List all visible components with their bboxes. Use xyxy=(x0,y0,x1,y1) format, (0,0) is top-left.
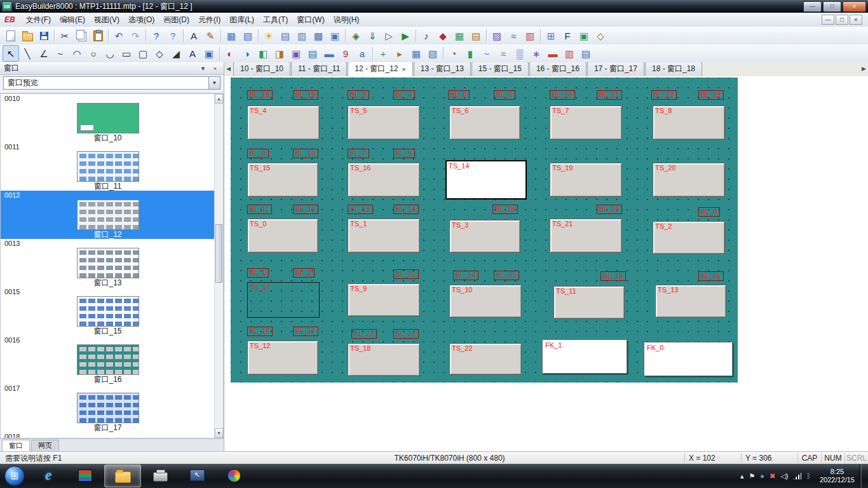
canvas-object-BL_6[interactable]: BL_6 xyxy=(494,90,515,100)
canvas-object-TS_11[interactable]: TS_11 xyxy=(553,286,625,319)
canvas-object-BL_28[interactable]: BL_28 xyxy=(492,205,518,214)
bit-lamp-button[interactable]: ◐ xyxy=(222,45,238,62)
line-button[interactable]: ╲ xyxy=(19,45,36,62)
function-key-button[interactable]: ☀ xyxy=(261,27,277,44)
show-desktop-button[interactable] xyxy=(860,464,868,488)
menu-item[interactable]: 编辑(E) xyxy=(55,13,90,27)
canvas-object-TS_16[interactable]: TS_16 xyxy=(348,163,420,197)
download-button[interactable]: ⇓ xyxy=(364,27,381,44)
canvas-object-BL_27[interactable]: BL_27 xyxy=(351,329,377,339)
bluetooth-icon[interactable]: ᛒ xyxy=(806,473,811,480)
system-parameters-button[interactable]: ⊞ xyxy=(543,27,559,44)
macro-button[interactable]: ♪ xyxy=(418,27,435,44)
tab-close-icon[interactable]: × xyxy=(402,65,405,73)
scroll-up-icon[interactable]: ▲ xyxy=(215,94,223,104)
trend-display-button[interactable]: ~ xyxy=(478,45,495,62)
canvas-object-BL_22[interactable]: BL_22 xyxy=(651,90,677,100)
help-button[interactable]: ? xyxy=(148,27,165,44)
event-log-button[interactable]: ▥ xyxy=(522,27,538,44)
canvas-object-BL_2[interactable]: BL_2 xyxy=(293,268,315,278)
network-icon[interactable] xyxy=(793,473,801,480)
scale-button[interactable]: ◢ xyxy=(168,45,184,62)
toggle-switch-button[interactable]: ▣ xyxy=(288,45,304,62)
window-settings-button[interactable]: ▤ xyxy=(277,27,294,44)
multi-state-switch-button[interactable]: ▤ xyxy=(304,45,321,62)
alarm-display-button[interactable]: ▥ xyxy=(561,45,578,62)
editor-tab[interactable]: 11 - 窗口_11 xyxy=(291,62,347,76)
direct-window-button[interactable]: ▧ xyxy=(424,45,441,62)
editor-tab[interactable]: 13 - 窗口_13 xyxy=(414,62,471,76)
window-list-item[interactable]: 0016窗口_16 xyxy=(1,336,215,384)
curve-button[interactable]: ◠ xyxy=(69,45,85,62)
open-window-button[interactable]: ▥ xyxy=(294,27,310,44)
set-word-button[interactable]: ◨ xyxy=(271,45,288,62)
data-block-button[interactable]: ▒ xyxy=(512,45,528,62)
bar-graph-button[interactable]: ▮ xyxy=(462,45,478,62)
font-manager-button[interactable]: F xyxy=(559,27,576,44)
recipe-button[interactable]: ▨ xyxy=(489,27,505,44)
new-file-button[interactable] xyxy=(3,27,19,44)
text-button[interactable]: A xyxy=(184,45,201,62)
window-list-item[interactable]: 0012窗口_12 xyxy=(1,191,215,239)
canvas-object-BL_23[interactable]: BL_23 xyxy=(698,90,724,100)
canvas-object-TS_9[interactable]: TS_9 xyxy=(348,283,420,316)
polyline-button[interactable]: ∠ xyxy=(36,45,52,62)
close-button[interactable]: × xyxy=(843,1,866,12)
canvas-object-BL_15[interactable]: BL_15 xyxy=(600,271,626,281)
editor-tab[interactable]: 18 - 窗口_18 xyxy=(645,62,702,76)
editor-tab[interactable]: 16 - 窗口_16 xyxy=(529,62,587,76)
xy-plot-button[interactable]: ∗ xyxy=(528,45,545,62)
panel-tab-网页[interactable]: 网页 xyxy=(31,440,59,451)
canvas-object-TS_13[interactable]: TS_13 xyxy=(655,285,726,318)
canvas-object-TS_2[interactable]: TS_2 xyxy=(653,221,725,254)
canvas-object-TS_20[interactable]: TS_20 xyxy=(653,163,725,197)
animation-button[interactable]: ▸ xyxy=(391,45,408,62)
tab-scroll-right-icon[interactable]: ▶ xyxy=(862,65,866,72)
window-list-item[interactable]: 0013窗口_13 xyxy=(1,239,215,287)
open-file-button[interactable] xyxy=(19,27,36,44)
window-preview-dropdown[interactable]: 窗口预览 ▼ xyxy=(3,76,220,90)
canvas-object-BL_3[interactable]: BL_3 xyxy=(348,90,369,100)
canvas-object-TS_4[interactable]: TS_4 xyxy=(247,105,320,140)
remote-app-taskbar-button[interactable] xyxy=(179,464,215,486)
mdi-close-button[interactable]: × xyxy=(850,15,862,25)
file-explorer-taskbar-button[interactable] xyxy=(104,464,141,487)
slider-button[interactable]: ▬ xyxy=(321,45,337,62)
canvas-object-TS_7[interactable]: TS_7 xyxy=(550,105,622,140)
moving-shape-button[interactable]: + xyxy=(375,45,391,62)
data-sampling-button[interactable]: ≈ xyxy=(505,27,522,44)
canvas-object-TS_0[interactable]: TS_0 xyxy=(247,219,318,253)
canvas-object-TS_18[interactable]: TS_18 xyxy=(348,343,420,376)
menu-item[interactable]: 工具(T) xyxy=(259,13,292,27)
canvas-object-BL_25[interactable]: BL_25 xyxy=(393,269,419,279)
internet-explorer-taskbar-button[interactable]: e xyxy=(31,464,66,486)
canvas-object-BL_20[interactable]: BL_20 xyxy=(550,90,575,100)
canvas-object-BL_7[interactable]: BL_7 xyxy=(348,149,369,158)
canvas-object-TS_22[interactable]: TS_22 xyxy=(449,343,522,375)
canvas-object-BL_13[interactable]: BL_13 xyxy=(348,205,373,214)
rounded-rectangle-button[interactable]: ▢ xyxy=(135,45,151,62)
editor-tab[interactable]: 15 - 窗口_15 xyxy=(471,62,529,76)
canvas-object-FK_1[interactable]: FK_1 xyxy=(542,339,627,374)
canvas-object-BL_29[interactable]: BL_29 xyxy=(597,205,622,214)
polygon-button[interactable]: ◇ xyxy=(151,45,168,62)
window-list-scrollbar[interactable]: ▲ ▼ xyxy=(214,94,223,438)
arc-button[interactable]: ◡ xyxy=(102,45,118,62)
menu-item[interactable]: 元件(I) xyxy=(194,13,225,27)
rectangle-button[interactable]: ▭ xyxy=(118,45,135,62)
picture-button[interactable]: ▣ xyxy=(201,45,217,62)
canvas-object-BL_5[interactable]: BL_5 xyxy=(448,90,470,100)
redo-button[interactable]: ↷ xyxy=(127,27,144,44)
canvas-object-BL_30[interactable]: BL_30 xyxy=(494,271,519,280)
canvas-object-BL_21[interactable]: BL_21 xyxy=(597,90,622,100)
canvas-object-TS_12[interactable]: TS_12 xyxy=(247,341,318,375)
canvas-object-BL_12[interactable]: BL_12 xyxy=(293,205,318,214)
editor-tab[interactable]: 17 - 窗口_17 xyxy=(587,62,644,76)
element-overview-button[interactable]: ▣ xyxy=(327,27,343,44)
menu-item[interactable]: 选项(O) xyxy=(124,13,159,27)
tab-scroll-left-icon[interactable]: ◀ xyxy=(226,65,231,72)
action-center-icon[interactable]: ⚑ xyxy=(749,473,755,480)
compile-button[interactable]: ◈ xyxy=(348,27,364,44)
shape-manager-button[interactable]: ◇ xyxy=(592,27,609,44)
canvas-object-TS_21[interactable]: TS_21 xyxy=(550,219,622,253)
